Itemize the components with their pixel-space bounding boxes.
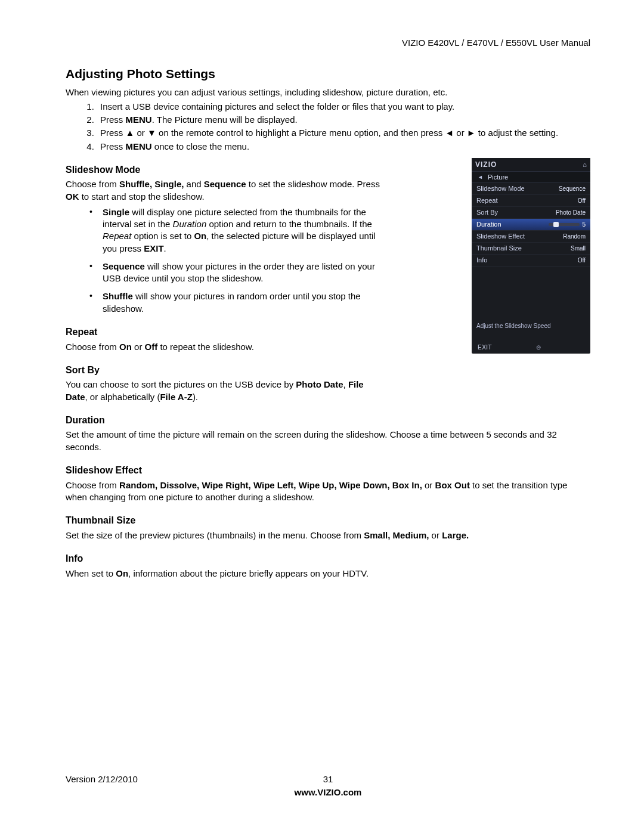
osd-exit-label: EXIT (478, 343, 492, 352)
osd-value: Random (563, 233, 586, 241)
section-heading-thumbnail: Thumbnail Size (66, 514, 590, 527)
version-text: Version 2/12/2010 (66, 773, 138, 785)
italic: Repeat (103, 231, 131, 241)
bullet-item: Sequence will show your pictures in the … (89, 261, 382, 285)
osd-row-slideshow-mode: Slideshow Mode Sequence (472, 183, 590, 195)
down-circle-icon: ⊝ (536, 343, 541, 352)
text: or (422, 480, 435, 490)
bold: On (116, 568, 128, 578)
osd-row-info: Info Off (472, 255, 590, 267)
section-heading-sortby: Sort By (66, 364, 382, 377)
osd-label: Thumbnail Size (476, 244, 522, 253)
page-footer: Version 2/12/2010 31 www.VIZIO.com (66, 773, 590, 799)
bold: Shuffle (103, 291, 133, 301)
osd-row-repeat: Repeat Off (472, 195, 590, 207)
osd-value: Photo Date (556, 209, 586, 217)
text: , (343, 379, 348, 389)
text: . The Picture menu will be displayed. (152, 114, 298, 125)
osd-value: Sequence (559, 185, 586, 193)
osd-value: Small (571, 244, 586, 253)
step-item: Press MENU. The Picture menu will be dis… (97, 114, 590, 126)
osd-slider: 5 (549, 221, 586, 229)
bold: EXIT (144, 243, 163, 253)
bullet-item: Shuffle will show your pictures in rando… (89, 290, 382, 315)
text: or (132, 342, 145, 352)
text: option is set to (131, 231, 194, 241)
osd-titlebar: VIZIO ⌂ (472, 158, 590, 171)
bold: On (194, 231, 206, 241)
bold: Shuffle, Single, (119, 179, 184, 189)
section-heading-slideshow: Slideshow Mode (66, 163, 382, 176)
bold: Box Out (435, 480, 470, 490)
text: and (184, 179, 203, 189)
text: once to close the menu. (152, 141, 249, 151)
bold: On (119, 342, 132, 352)
osd-menu-list: Slideshow Mode Sequence Repeat Off Sort … (472, 183, 590, 267)
page-number: 31 (323, 773, 333, 785)
text: Choose from (66, 342, 119, 352)
text: Press (100, 141, 126, 151)
text: to start and stop the slideshow. (79, 191, 205, 202)
step-item: Insert a USB device containing pictures … (97, 101, 590, 113)
bold: MENU (126, 141, 152, 151)
step-item: Press MENU once to close the menu. (97, 141, 590, 153)
paragraph: Set the amount of time the picture will … (66, 429, 590, 453)
text: When set to (66, 568, 116, 578)
bold: Sequence (204, 179, 246, 189)
bold: File A-Z (160, 392, 192, 402)
text: or (429, 530, 442, 540)
osd-label: Sort By (476, 208, 498, 217)
text: , information about the picture briefly … (128, 568, 369, 578)
text: to repeat the slideshow. (157, 342, 254, 352)
osd-panel: VIZIO ⌂ ◄ Picture Slideshow Mode Sequenc… (472, 158, 590, 354)
osd-row-slideshow-effect: Slideshow Effect Random (472, 231, 590, 243)
left-arrow-icon: ◄ (478, 174, 483, 181)
osd-label: Slideshow Effect (476, 232, 525, 241)
text: Choose from (66, 179, 119, 189)
bullet-list: Single will display one picture selected… (89, 206, 382, 315)
bold: Off (145, 342, 158, 352)
text: will show your pictures in random order … (103, 291, 361, 313)
osd-value: Off (578, 197, 586, 205)
vizio-logo: VIZIO (475, 160, 497, 169)
text: , or alphabetically ( (85, 392, 160, 402)
page-title: Adjusting Photo Settings (66, 66, 590, 82)
bold: Small, Medium, (364, 530, 429, 540)
text: You can choose to sort the pictures on t… (66, 379, 296, 389)
osd-breadcrumb: ◄ Picture (472, 171, 590, 183)
text: Set the size of the preview pictures (th… (66, 530, 364, 540)
osd-value: 5 (582, 221, 586, 229)
bold: Large. (442, 530, 469, 540)
text: ). (193, 392, 198, 402)
text: Press (100, 114, 126, 125)
intro-text: When viewing pictures you can adjust var… (66, 86, 590, 98)
paragraph: Choose from Random, Dissolve, Wipe Right… (66, 479, 590, 504)
osd-row-thumbnail-size: Thumbnail Size Small (472, 243, 590, 255)
italic: Duration (173, 219, 207, 229)
osd-label: Repeat (476, 196, 497, 205)
steps-list: Insert a USB device containing pictures … (97, 101, 590, 153)
bold: Sequence (103, 261, 145, 271)
slider-thumb-icon (553, 222, 559, 227)
section-heading-info: Info (66, 552, 590, 565)
osd-row-duration: Duration 5 (472, 219, 590, 231)
bold: Single (103, 207, 129, 217)
bold: Photo Date (296, 379, 343, 389)
osd-hint-text: Adjust the Slideshow Speed (476, 322, 551, 330)
bold: MENU (126, 114, 152, 125)
osd-section-label: Picture (488, 173, 508, 182)
osd-row-sort-by: Sort By Photo Date (472, 207, 590, 219)
step-item: Press ▲ or ▼ on the remote control to hi… (97, 127, 590, 139)
paragraph: Choose from On or Off to repeat the slid… (66, 341, 382, 353)
text: Choose from (66, 480, 119, 490)
bold: OK (66, 191, 79, 202)
doc-header: VIZIO E420VL / E470VL / E550VL User Manu… (66, 37, 590, 49)
osd-value: Off (578, 256, 586, 265)
osd-bottom-bar: EXIT ⊝ (472, 343, 590, 352)
slider-track (549, 223, 580, 226)
text: option and return to the thumbnails. If … (206, 219, 372, 229)
osd-label: Duration (476, 220, 501, 229)
paragraph: When set to On, information about the pi… (66, 568, 590, 580)
osd-label: Slideshow Mode (476, 184, 525, 193)
section-heading-effect: Slideshow Effect (66, 464, 590, 477)
